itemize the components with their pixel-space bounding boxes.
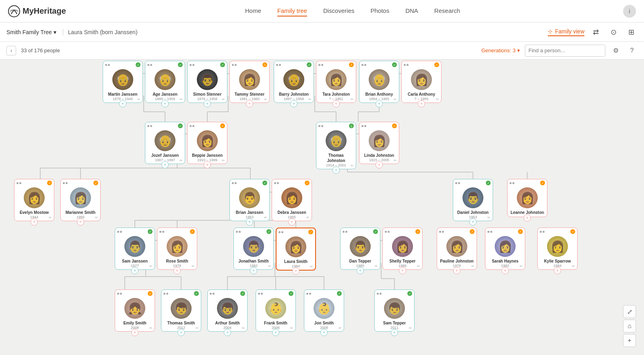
edit-icon[interactable]: ✏	[394, 158, 397, 162]
settings-icon[interactable]: ⚙	[610, 45, 621, 56]
add-person-btn[interactable]: +	[418, 100, 425, 107]
add-person-btn[interactable]: +	[399, 267, 406, 274]
add-person-btn[interactable]: +	[290, 100, 297, 107]
person-card-pauline[interactable]: ✓👩Pauline Johnston1979✏+	[437, 228, 477, 270]
edit-icon[interactable]: ✏	[149, 326, 153, 330]
add-person-btn[interactable]: +	[524, 214, 531, 222]
person-card-thomas-s[interactable]: ✓👦Thomas Smith2012✏+	[161, 289, 201, 332]
edit-icon[interactable]: ✏	[339, 326, 342, 330]
nav-family-tree[interactable]: Family tree	[277, 6, 307, 16]
person-card-evelyn[interactable]: ✓👩Evelyn Mostow1944✏+	[14, 179, 54, 221]
person-card-thomas-j[interactable]: 1👴Thomas Johnston1914 – 2001✏+	[316, 122, 356, 169]
add-person-btn[interactable]: +	[204, 161, 211, 168]
add-person-btn[interactable]: +	[161, 100, 169, 107]
person-card-simon[interactable]: ✓👨Simon Stenner1876 – 1958✏+	[187, 61, 227, 103]
add-person-btn[interactable]: +	[554, 267, 561, 274]
add-person-btn[interactable]: +	[161, 161, 169, 168]
add-person-btn[interactable]: +	[77, 218, 84, 226]
nav-photos[interactable]: Photos	[370, 6, 389, 16]
add-person-btn[interactable]: +	[246, 218, 253, 226]
edit-icon[interactable]: ✏	[264, 97, 267, 101]
edit-icon[interactable]: ✏	[310, 265, 313, 269]
add-person-btn[interactable]: +	[31, 218, 38, 226]
add-person-btn[interactable]: +	[131, 267, 138, 274]
zoom-in-btn[interactable]: +	[623, 334, 636, 347]
add-person-btn[interactable]: +	[224, 329, 231, 336]
person-card-frank[interactable]: ✓👶Frank Smith2006✏+	[256, 289, 296, 332]
add-person-btn[interactable]: +	[119, 100, 126, 107]
add-person-btn[interactable]: +	[292, 267, 299, 275]
edit-icon[interactable]: ✏	[192, 264, 195, 268]
person-card-linda[interactable]: ✓👩Linda Johnston1915 – 2005✏+	[359, 122, 399, 164]
edit-icon[interactable]: ✏	[306, 215, 310, 220]
person-card-debra[interactable]: ✓👩Debra Janssen1955✏+	[272, 179, 312, 221]
person-card-dan[interactable]: ✓👨Dan Tepper1985✏+	[340, 228, 380, 270]
person-card-tara[interactable]: ✓👩Tara Johnston? – 1961✏+	[316, 61, 356, 103]
add-person-btn[interactable]: +	[246, 100, 253, 107]
edit-icon[interactable]: ✏	[409, 326, 412, 330]
edit-icon[interactable]: ✏	[572, 264, 575, 268]
edit-icon[interactable]: ✏	[180, 97, 183, 101]
nav-research[interactable]: Research	[434, 6, 460, 16]
edit-icon[interactable]: ✏	[264, 215, 267, 220]
person-card-jozef[interactable]: ✓👴Jozef Janssen1907 – 1997✏+	[145, 122, 185, 164]
add-person-btn[interactable]: +	[204, 100, 211, 107]
add-person-btn[interactable]: +	[272, 329, 279, 336]
family-view-btn[interactable]: ⊹ Family view	[548, 28, 584, 36]
find-person-input[interactable]	[525, 45, 605, 57]
edit-icon[interactable]: ✏	[471, 264, 475, 268]
edit-icon[interactable]: ✏	[417, 264, 420, 268]
person-card-daniel[interactable]: ✓👨Daniel Johnston1953✏+	[453, 179, 493, 221]
edit-icon[interactable]: ✏	[487, 215, 491, 220]
edit-icon[interactable]: ✏	[222, 97, 225, 101]
add-person-btn[interactable]: +	[502, 267, 509, 274]
edit-icon[interactable]: ✏	[351, 164, 354, 168]
edit-icon[interactable]: ✏	[290, 326, 293, 330]
person-card-brian-a[interactable]: ✓👴Brian Anthony1894 – 1965✏+	[359, 61, 399, 103]
edit-icon[interactable]: ✏	[520, 264, 523, 268]
person-card-barry[interactable]: ✓👴Barry Johnston1887 – 1958✏+	[274, 61, 314, 103]
share-icon[interactable]: ⇄	[589, 26, 602, 39]
edit-icon[interactable]: ✏	[268, 264, 271, 268]
edit-icon[interactable]: ✏	[49, 215, 52, 220]
fullscreen-btn[interactable]: ⤢	[623, 305, 636, 318]
edit-icon[interactable]: ✏	[242, 326, 245, 330]
add-person-btn[interactable]: +	[178, 329, 185, 336]
edit-icon[interactable]: ✏	[95, 215, 98, 220]
edit-icon[interactable]: ✏	[196, 326, 199, 330]
person-card-tammy[interactable]: ✓👩Tammy Stenner1881 – 1960✏+	[229, 61, 270, 103]
tree-name-dropdown[interactable]: Smith Family Tree ▾	[6, 29, 56, 35]
person-card-carla[interactable]: ✓👩Carla Anthony? – 1955✏+	[401, 61, 442, 103]
add-person-btn[interactable]: +	[332, 166, 340, 174]
person-card-rose[interactable]: ✓👩Rose Smith1979✏+	[157, 228, 197, 270]
add-person-btn[interactable]: +	[173, 267, 181, 274]
person-card-shelly[interactable]: ✓👩Shelly Tepper1986✏+	[382, 228, 423, 270]
collapse-sidebar-btn[interactable]: ›	[6, 46, 16, 55]
person-card-kylie[interactable]: ✓👩Kylie Sparrow1984✏+	[537, 228, 578, 270]
person-card-brian-j[interactable]: ✓👨Brian Janssen1953✏+	[229, 179, 270, 221]
person-card-sam[interactable]: ✓👨Sam Janssen1977✏+	[115, 228, 155, 270]
edit-icon[interactable]: ✏	[180, 158, 183, 162]
edit-icon[interactable]: ✏	[149, 264, 153, 268]
help-icon[interactable]: ?	[626, 45, 638, 56]
person-card-arthur[interactable]: ✓👦Arthur Smith2004✏+	[207, 289, 248, 332]
add-person-btn[interactable]: +	[357, 267, 364, 274]
nav-home[interactable]: Home	[245, 6, 261, 16]
person-card-laura[interactable]: ✓👩Laura Smith1984✏+	[276, 228, 316, 271]
person-card-beppie[interactable]: ✓👩Beppie Janssen1910 – 1999✏+	[187, 122, 227, 164]
add-person-btn[interactable]: +	[320, 329, 328, 336]
nav-dna[interactable]: DNA	[405, 6, 418, 16]
add-person-btn[interactable]: +	[288, 218, 295, 226]
map-icon[interactable]: ⊙	[607, 26, 620, 39]
edit-icon[interactable]: ✏	[394, 97, 397, 101]
person-card-marianne[interactable]: ✓👩Marianne Smith1956✏+	[60, 179, 101, 221]
person-card-sam-t[interactable]: ✓👦Sam Tepper2011✏+	[374, 289, 415, 332]
edit-icon[interactable]: ✏	[137, 97, 140, 101]
person-card-martin[interactable]: ✓👴Martin Janssen1878 – 1945✏+	[103, 61, 143, 103]
edit-icon[interactable]: ✏	[375, 264, 378, 268]
add-person-btn[interactable]: +	[391, 329, 398, 336]
person-card-jon[interactable]: ✓👶Jon Smith2008✏+	[304, 289, 344, 332]
grid-icon[interactable]: ⊞	[625, 26, 638, 39]
person-card-emily[interactable]: ✓👧Emily Smith2008✏+	[115, 289, 155, 332]
add-person-btn[interactable]: +	[376, 100, 383, 107]
